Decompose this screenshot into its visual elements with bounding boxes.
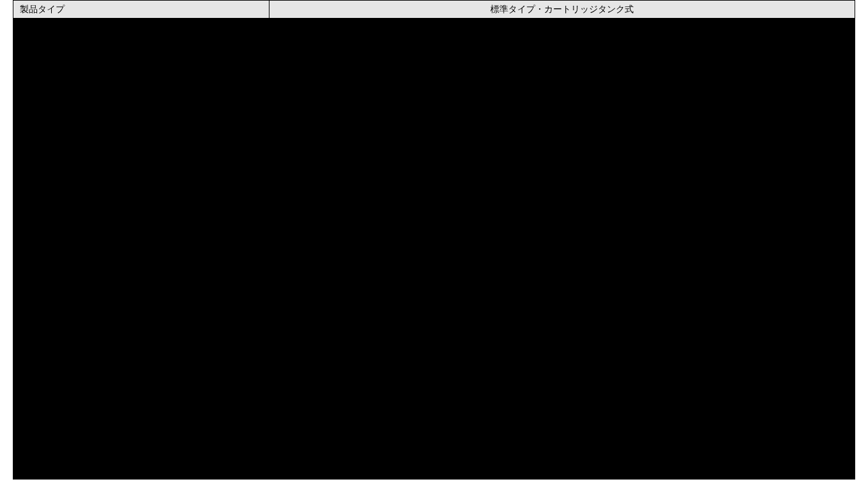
header-label-cell: 製品タイプ [13, 1, 269, 19]
header-value-cell: 標準タイプ・カートリッジタンク式 [269, 1, 855, 19]
obscured-region [13, 19, 855, 480]
spec-table: 製品タイプ 標準タイプ・カートリッジタンク式 [13, 0, 855, 19]
header-value: 標準タイプ・カートリッジタンク式 [490, 4, 634, 14]
header-label: 製品タイプ [20, 4, 65, 14]
table-header-row: 製品タイプ 標準タイプ・カートリッジタンク式 [13, 1, 855, 19]
